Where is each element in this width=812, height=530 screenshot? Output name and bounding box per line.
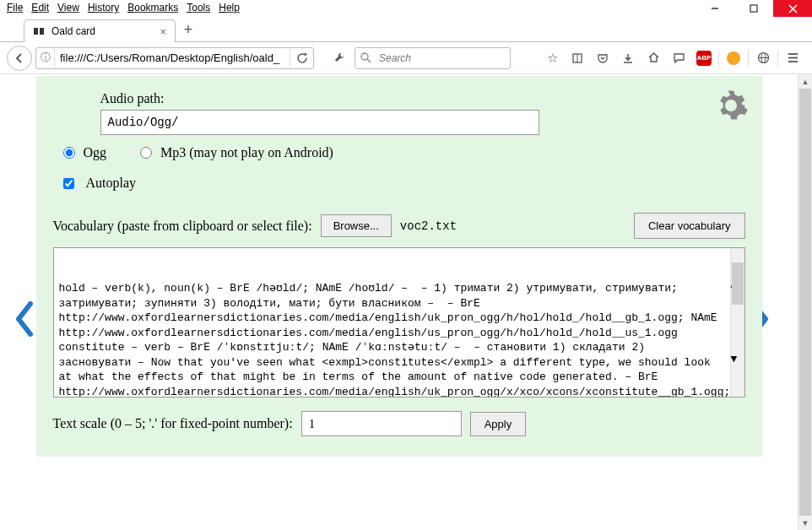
new-tab-button[interactable]: + <box>176 19 201 41</box>
menu-tools[interactable]: Tools <box>183 2 214 15</box>
reading-list-icon[interactable] <box>565 46 590 70</box>
url-input[interactable] <box>55 51 290 64</box>
autoplay-label: Autoplay <box>86 176 137 191</box>
audio-format-radios: Ogg Mp3 (may not play on Android) <box>63 145 745 160</box>
svg-point-6 <box>361 53 368 60</box>
scroll-down-icon[interactable]: ▼ <box>731 352 744 367</box>
vocabulary-filename: voc2.txt <box>400 219 457 233</box>
gear-icon[interactable] <box>713 88 749 123</box>
search-icon <box>355 52 376 63</box>
menu-view[interactable]: View <box>54 2 83 15</box>
browse-button[interactable]: Browse... <box>321 214 392 237</box>
prev-arrow-icon[interactable] <box>10 298 39 340</box>
svg-rect-1 <box>750 5 757 12</box>
maximize-button[interactable] <box>734 0 773 17</box>
tab-title: Oald card <box>51 25 95 37</box>
text-scale-row: Text scale (0 – 5; '.' for fixed-point n… <box>53 411 745 436</box>
back-button[interactable] <box>7 46 32 71</box>
autoplay-row: Autoplay <box>63 176 745 191</box>
page-scroll-down-icon[interactable]: ▼ <box>798 516 812 530</box>
menu-bar: File Edit View History Bookmarks Tools H… <box>0 0 812 17</box>
page-body: Audio path: Audio/Ogg/ Ogg Mp3 (may not … <box>0 74 798 530</box>
svg-rect-4 <box>34 28 38 35</box>
separator <box>718 50 719 67</box>
audio-path-label: Audio path: <box>100 91 745 106</box>
separator <box>748 50 749 67</box>
page-info-icon[interactable]: ⓘ <box>36 48 55 68</box>
text-scale-input[interactable] <box>301 411 462 436</box>
hamburger-menu-icon[interactable] <box>780 46 805 70</box>
menu-help[interactable]: Help <box>215 2 243 15</box>
separator <box>777 50 778 67</box>
settings-card: Audio path: Audio/Ogg/ Ogg Mp3 (may not … <box>36 76 762 457</box>
menu-history[interactable]: History <box>84 2 122 15</box>
search-box <box>355 47 511 69</box>
page-scroll-up-icon[interactable]: ▲ <box>798 74 812 89</box>
globe-icon[interactable] <box>750 46 776 70</box>
reload-button[interactable] <box>290 48 313 68</box>
svg-line-7 <box>367 59 371 62</box>
svg-rect-5 <box>40 28 44 35</box>
scroll-thumb[interactable] <box>732 262 744 305</box>
downloads-icon[interactable] <box>615 46 641 70</box>
window-controls <box>696 0 812 17</box>
vocabulary-label: Vocabulary (paste from clipboard or sele… <box>53 219 312 234</box>
dev-tools-icon[interactable] <box>328 46 351 70</box>
radio-ogg-label: Ogg <box>84 145 107 160</box>
toolbar-icons: ☆ ABP <box>539 46 805 70</box>
textarea-scrollbar[interactable]: ▲ ▼ <box>730 248 744 397</box>
apply-button[interactable]: Apply <box>470 412 527 436</box>
home-icon[interactable] <box>641 46 666 70</box>
smiley-icon[interactable] <box>721 46 746 70</box>
audio-path-input[interactable]: Audio/Ogg/ <box>100 110 539 135</box>
vocabulary-textarea[interactable]: hold – verb(k), noun(k) – BrE /həʊld/; N… <box>53 247 745 398</box>
radio-mp3-label: Mp3 (may not play on Android) <box>160 145 333 160</box>
bookmark-star-icon[interactable]: ☆ <box>539 46 565 70</box>
menu-file[interactable]: File <box>3 2 26 15</box>
page-scrollbar[interactable]: ▲ ▼ <box>798 74 812 530</box>
abp-icon[interactable]: ABP <box>691 46 717 70</box>
vocabulary-text-content: hold – verb(k), noun(k) – BrE /həʊld/; N… <box>59 281 739 398</box>
pocket-icon[interactable] <box>590 46 615 70</box>
tab-oald-card[interactable]: Oald card × <box>24 19 176 42</box>
minimize-button[interactable] <box>696 0 734 17</box>
radio-ogg[interactable] <box>63 147 75 159</box>
autoplay-checkbox[interactable] <box>63 178 74 189</box>
close-tab-icon[interactable]: × <box>160 25 166 38</box>
text-scale-label: Text scale (0 – 5; '.' for fixed-point n… <box>53 416 293 431</box>
page-scroll-thumb[interactable] <box>799 89 811 516</box>
content-area: Audio path: Audio/Ogg/ Ogg Mp3 (may not … <box>0 74 812 530</box>
chat-icon[interactable] <box>666 46 691 70</box>
tab-favicon-icon <box>33 25 45 37</box>
menu-edit[interactable]: Edit <box>28 2 52 15</box>
tab-bar: Oald card × + <box>0 17 812 42</box>
vocabulary-row: Vocabulary (paste from clipboard or sele… <box>53 213 745 239</box>
radio-mp3[interactable] <box>140 147 152 159</box>
search-input[interactable] <box>376 52 510 64</box>
close-window-button[interactable] <box>773 0 812 17</box>
menu-bookmarks[interactable]: Bookmarks <box>124 2 181 15</box>
url-bar: ⓘ <box>35 47 314 69</box>
clear-vocabulary-button[interactable]: Clear vocabulary <box>634 213 745 239</box>
nav-toolbar: ⓘ ☆ ABP <box>0 42 812 74</box>
